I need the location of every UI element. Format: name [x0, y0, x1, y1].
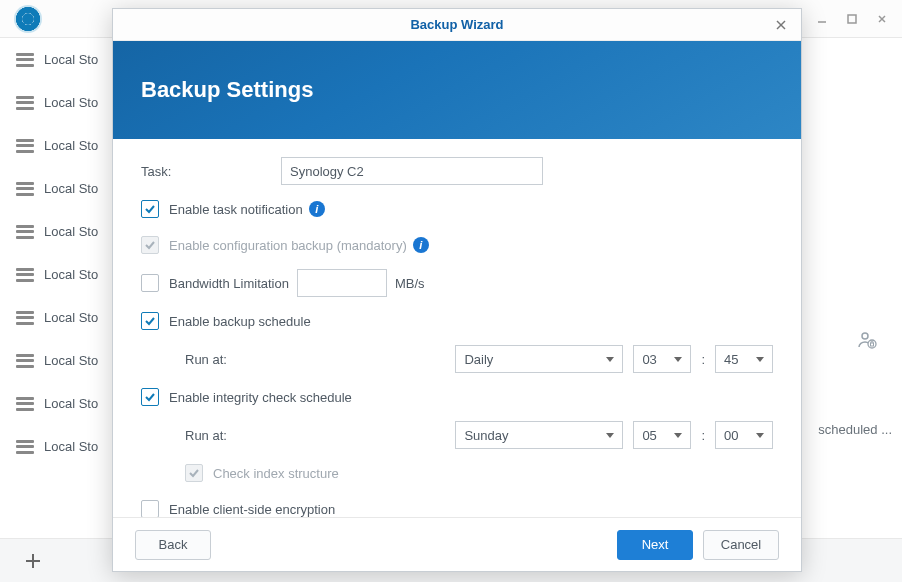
enable-config-backup-label: Enable configuration backup (mandatory) [169, 238, 407, 253]
sidebar-item-label: Local Sto [44, 267, 98, 282]
select-value: 00 [724, 428, 738, 443]
next-button[interactable]: Next [617, 530, 693, 560]
modal-titlebar: Backup Wizard [113, 9, 801, 41]
scheduled-text: scheduled ... [818, 422, 892, 437]
chevron-down-icon [756, 357, 764, 362]
info-icon[interactable]: i [413, 237, 429, 253]
enable-config-backup-checkbox [141, 236, 159, 254]
task-input[interactable] [281, 157, 543, 185]
modal-title: Backup Wizard [410, 17, 503, 32]
storage-icon [16, 397, 34, 411]
integrity-day-select[interactable]: Sunday [455, 421, 623, 449]
window-minimize-button[interactable] [810, 7, 834, 31]
storage-icon [16, 53, 34, 67]
storage-icon [16, 96, 34, 110]
chevron-down-icon [606, 357, 614, 362]
bandwidth-label: Bandwidth Limitation [169, 276, 289, 291]
task-label: Task: [141, 164, 281, 179]
sidebar-item-label: Local Sto [44, 52, 98, 67]
sidebar-item-label: Local Sto [44, 353, 98, 368]
schedule-frequency-select[interactable]: Daily [455, 345, 623, 373]
integrity-minute-select[interactable]: 00 [715, 421, 773, 449]
schedule-minute-select[interactable]: 45 [715, 345, 773, 373]
enable-notification-checkbox[interactable] [141, 200, 159, 218]
enable-encryption-label: Enable client-side encryption [169, 502, 335, 517]
sidebar-item-label: Local Sto [44, 439, 98, 454]
enable-integrity-checkbox[interactable] [141, 388, 159, 406]
storage-icon [16, 354, 34, 368]
integrity-run-at-label: Run at: [185, 428, 431, 443]
window-close-button[interactable] [870, 7, 894, 31]
sidebar-item-label: Local Sto [44, 138, 98, 153]
select-value: Daily [464, 352, 493, 367]
chevron-down-icon [674, 357, 682, 362]
time-colon: : [701, 352, 705, 367]
sidebar-item-label: Local Sto [44, 396, 98, 411]
bandwidth-unit: MB/s [395, 276, 425, 291]
run-at-label: Run at: [185, 352, 431, 367]
info-icon[interactable]: i [309, 201, 325, 217]
enable-integrity-label: Enable integrity check schedule [169, 390, 352, 405]
select-value: 03 [642, 352, 656, 367]
window-maximize-button[interactable] [840, 7, 864, 31]
svg-rect-1 [848, 15, 856, 23]
chevron-down-icon [756, 433, 764, 438]
check-index-checkbox [185, 464, 203, 482]
modal-close-button[interactable] [771, 15, 791, 35]
select-value: 05 [642, 428, 656, 443]
check-index-label: Check index structure [213, 466, 339, 481]
sidebar-item-label: Local Sto [44, 181, 98, 196]
select-value: 45 [724, 352, 738, 367]
select-value: Sunday [464, 428, 508, 443]
add-button[interactable] [14, 546, 52, 576]
schedule-hour-select[interactable]: 03 [633, 345, 691, 373]
chevron-down-icon [606, 433, 614, 438]
modal-banner: Backup Settings [113, 41, 801, 139]
back-button[interactable]: Back [135, 530, 211, 560]
storage-icon [16, 225, 34, 239]
storage-icon [16, 311, 34, 325]
sidebar-item-label: Local Sto [44, 310, 98, 325]
svg-point-4 [862, 333, 868, 339]
chevron-down-icon [674, 433, 682, 438]
app-logo-icon [14, 5, 42, 33]
integrity-hour-select[interactable]: 05 [633, 421, 691, 449]
backup-wizard-modal: Backup Wizard Backup Settings Task: Enab… [112, 8, 802, 572]
sidebar-item-label: Local Sto [44, 224, 98, 239]
time-colon: : [701, 428, 705, 443]
bandwidth-checkbox[interactable] [141, 274, 159, 292]
cancel-button[interactable]: Cancel [703, 530, 779, 560]
storage-icon [16, 440, 34, 454]
enable-notification-label: Enable task notification [169, 202, 303, 217]
enable-schedule-checkbox[interactable] [141, 312, 159, 330]
storage-icon [16, 182, 34, 196]
bandwidth-input[interactable] [297, 269, 387, 297]
modal-heading: Backup Settings [141, 77, 313, 103]
lock-user-icon[interactable] [857, 330, 877, 353]
storage-icon [16, 268, 34, 282]
enable-encryption-checkbox[interactable] [141, 500, 159, 517]
storage-icon [16, 139, 34, 153]
sidebar-item-label: Local Sto [44, 95, 98, 110]
enable-schedule-label: Enable backup schedule [169, 314, 311, 329]
